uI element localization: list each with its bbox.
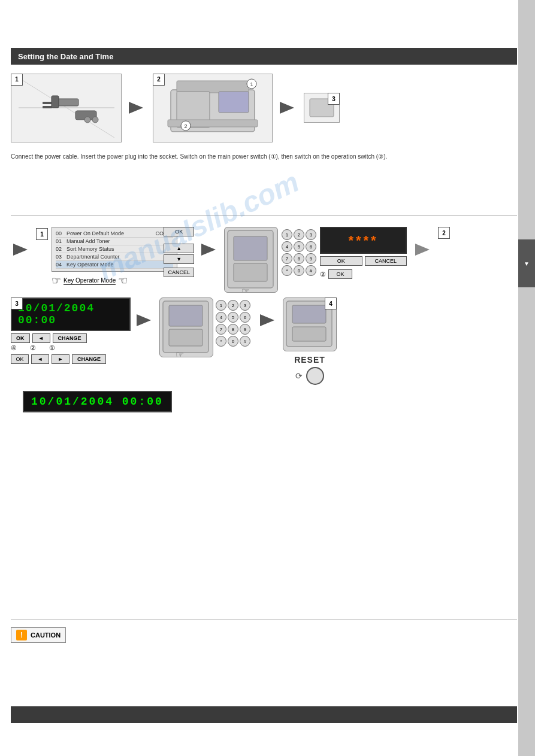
password-entry-area: ☞ ① 1 2 3 4 5 6 7 8 9 * 0 # bbox=[224, 227, 407, 293]
circle-labels: ④ ② ① bbox=[11, 344, 131, 352]
key-0[interactable]: 0 bbox=[294, 265, 304, 276]
key2-hash[interactable]: # bbox=[240, 336, 250, 347]
copier-illustration: 1 2 bbox=[159, 75, 267, 141]
finger-3: ☞ bbox=[176, 349, 184, 357]
circle-1: ① bbox=[49, 344, 55, 352]
key-4[interactable]: 4 bbox=[282, 241, 292, 252]
svg-marker-27 bbox=[137, 314, 151, 326]
menu-row-2: 02 Sort Memory Status Off bbox=[56, 245, 173, 253]
fwd-btn-2[interactable]: ► bbox=[52, 354, 69, 364]
ok-side-btn[interactable]: OK bbox=[164, 227, 194, 236]
svg-point-7 bbox=[84, 117, 90, 123]
svg-text:2: 2 bbox=[184, 123, 187, 129]
key2-2[interactable]: 2 bbox=[228, 300, 238, 311]
date-step-num: 3 bbox=[11, 297, 23, 309]
warning-box: ! CAUTION bbox=[11, 627, 66, 643]
key2-9[interactable]: 9 bbox=[240, 324, 250, 335]
step2-ok-area: ② OK bbox=[320, 269, 407, 279]
date-nav-buttons: OK ◄ CHANGE bbox=[11, 333, 131, 343]
svg-rect-34 bbox=[292, 327, 326, 341]
key2-7[interactable]: 7 bbox=[216, 324, 226, 335]
date-result-display: 10/01/2004 00:00 bbox=[23, 391, 514, 412]
menu-side-buttons: OK ▲ ▼ CANCEL bbox=[164, 227, 194, 277]
key-5[interactable]: 5 bbox=[294, 241, 304, 252]
down-side-btn[interactable]: ▼ bbox=[164, 254, 194, 264]
circle-2: ② bbox=[30, 344, 36, 352]
key-7[interactable]: 7 bbox=[282, 253, 292, 264]
back-btn-2[interactable]: ◄ bbox=[31, 354, 49, 364]
key2-0[interactable]: 0 bbox=[228, 336, 238, 347]
key-6[interactable]: 6 bbox=[306, 241, 316, 252]
key2-3[interactable]: 3 bbox=[240, 300, 250, 311]
pass-cancel-btn[interactable]: CANCEL bbox=[365, 256, 407, 266]
cable-illustration bbox=[19, 78, 114, 138]
step-row-1: 1 00 Power On Default Mode COPY 01 Manua… bbox=[11, 227, 514, 293]
date-step-container: 3 10/01/2004 00:00 OK ◄ CHANGE ④ ② ① bbox=[11, 297, 131, 364]
ok-btn-2[interactable]: OK bbox=[11, 354, 29, 364]
change-btn-2[interactable]: CHANGE bbox=[72, 354, 106, 364]
step3-number: 3 bbox=[328, 93, 340, 105]
ok-date-btn[interactable]: OK bbox=[11, 333, 30, 343]
key2-star[interactable]: * bbox=[216, 336, 226, 347]
svg-rect-33 bbox=[292, 305, 326, 323]
reset-control: RESET ⟳ bbox=[294, 355, 325, 385]
instruction-text-1: Connect the power cable. Insert the powe… bbox=[11, 150, 514, 164]
scroll-indicator[interactable]: ▼ bbox=[518, 239, 535, 287]
svg-rect-25 bbox=[234, 263, 267, 281]
step2-image: 1 2 bbox=[153, 74, 273, 142]
reset-icon-row: ⟳ bbox=[295, 367, 324, 385]
up-side-btn[interactable]: ▲ bbox=[164, 244, 194, 253]
svg-rect-29 bbox=[169, 305, 202, 326]
step2-num-box: 2 bbox=[438, 227, 450, 239]
cancel-side-btn[interactable]: CANCEL bbox=[164, 268, 194, 277]
machine-panel-1: ☞ ① bbox=[224, 227, 278, 293]
reset-label: RESET bbox=[294, 355, 325, 365]
svg-rect-12 bbox=[219, 92, 249, 113]
svg-marker-31 bbox=[260, 314, 274, 326]
step4-box: 4 bbox=[283, 297, 337, 351]
lcd-date-display: 10/01/2004 00:00 bbox=[11, 297, 131, 331]
step4-num: 4 bbox=[325, 297, 337, 309]
key-star[interactable]: * bbox=[282, 265, 292, 276]
reset-area: 4 RESET ⟳ bbox=[283, 297, 337, 385]
bottom-header-bar bbox=[11, 706, 517, 723]
warning-icon: ! bbox=[16, 630, 27, 640]
svg-rect-24 bbox=[234, 236, 267, 260]
key2-8[interactable]: 8 bbox=[228, 324, 238, 335]
key-8[interactable]: 8 bbox=[294, 253, 304, 264]
change-date-btn[interactable]: CHANGE bbox=[53, 333, 87, 343]
menu-row-4: 04 Key Operator Mode bbox=[56, 261, 173, 269]
key-2[interactable]: 2 bbox=[294, 229, 304, 240]
back-date-btn[interactable]: ◄ bbox=[32, 333, 50, 343]
machine-svg-1 bbox=[225, 227, 276, 291]
reset-slash-icon: ⟳ bbox=[295, 371, 303, 381]
svg-marker-9 bbox=[129, 102, 143, 114]
arrow5 bbox=[413, 239, 434, 262]
instruction-para-1: Connect the power cable. Insert the powe… bbox=[11, 150, 514, 164]
reset-circle-btn[interactable] bbox=[306, 367, 324, 385]
pass-buttons: OK CANCEL bbox=[320, 256, 407, 266]
key-9[interactable]: 9 bbox=[306, 253, 316, 264]
svg-text:1: 1 bbox=[250, 81, 253, 87]
key2-1[interactable]: 1 bbox=[216, 300, 226, 311]
password-screen: **** bbox=[320, 227, 407, 254]
key-hash[interactable]: # bbox=[306, 265, 316, 276]
svg-marker-19 bbox=[280, 102, 294, 114]
arrow3 bbox=[11, 239, 32, 260]
step-row-2: 3 10/01/2004 00:00 OK ◄ CHANGE ④ ② ① bbox=[11, 297, 514, 385]
hardware-section: 1 2 bbox=[11, 69, 517, 147]
key-1[interactable]: 1 bbox=[282, 229, 292, 240]
keypad-container: 1 2 3 4 5 6 7 8 9 * 0 # bbox=[282, 229, 316, 276]
svg-marker-21 bbox=[13, 244, 28, 256]
password-display-area: **** OK CANCEL ② OK bbox=[320, 227, 407, 279]
pass-ok-btn[interactable]: OK bbox=[320, 256, 362, 266]
circle-4: ④ bbox=[11, 344, 17, 352]
key2-4[interactable]: 4 bbox=[216, 312, 226, 323]
key-3[interactable]: 3 bbox=[306, 229, 316, 240]
machine-svg-3 bbox=[160, 298, 211, 356]
step1-container: 1 bbox=[11, 74, 122, 142]
key2-5[interactable]: 5 bbox=[228, 312, 238, 323]
step2-ok-btn[interactable]: OK bbox=[328, 269, 352, 279]
keypad: 1 2 3 4 5 6 7 8 9 * 0 # bbox=[282, 229, 316, 276]
key2-6[interactable]: 6 bbox=[240, 312, 250, 323]
